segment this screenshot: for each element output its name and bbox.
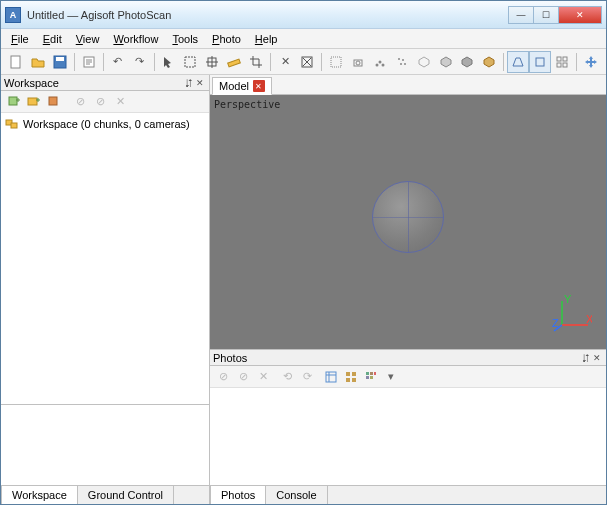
tab-console[interactable]: Console (265, 485, 327, 504)
add-chunk-icon[interactable] (4, 93, 24, 111)
window-buttons: — ☐ ✕ (509, 6, 602, 24)
tab-ground-control[interactable]: Ground Control (77, 485, 174, 504)
crop-icon[interactable] (245, 51, 267, 73)
svg-rect-40 (370, 376, 373, 379)
save-icon[interactable] (49, 51, 71, 73)
open-icon[interactable] (27, 51, 49, 73)
svg-rect-25 (49, 97, 57, 105)
dense-icon[interactable] (413, 51, 435, 73)
tab-photos[interactable]: Photos (210, 485, 266, 504)
menu-view[interactable]: View (70, 31, 106, 47)
svg-rect-8 (331, 57, 341, 67)
menu-edit-label: dit (50, 33, 62, 45)
delete-photo-icon[interactable]: ✕ (253, 368, 273, 386)
pointer-icon[interactable] (158, 51, 180, 73)
menu-tools[interactable]: Tools (166, 31, 204, 47)
svg-point-14 (398, 58, 400, 60)
texture-icon[interactable] (478, 51, 500, 73)
script-icon[interactable] (78, 51, 100, 73)
enable-photo-icon[interactable]: ⊘ (213, 368, 233, 386)
separator-icon (103, 53, 104, 71)
pin-icon[interactable]: ⮃ (579, 352, 591, 364)
svg-point-11 (378, 60, 381, 63)
add-photos-icon[interactable] (24, 93, 44, 111)
model-3d-canvas[interactable]: Perspective Y X Z (210, 95, 606, 349)
workspace-panel-header[interactable]: Workspace ⮃ ✕ (1, 75, 209, 91)
tab-workspace[interactable]: Workspace (1, 485, 78, 504)
crop-selection-icon[interactable] (296, 51, 318, 73)
thumb-small-icon[interactable] (341, 368, 361, 386)
enable-all-icon[interactable] (44, 93, 64, 111)
workspace-tree[interactable]: Workspace (0 chunks, 0 cameras) (1, 113, 209, 404)
svg-point-10 (356, 61, 360, 65)
pointcloud-icon[interactable] (391, 51, 413, 73)
new-icon[interactable] (5, 51, 27, 73)
svg-rect-22 (563, 63, 567, 67)
svg-rect-37 (370, 372, 373, 375)
remove-icon[interactable]: ✕ (110, 93, 130, 111)
tab-model[interactable]: Model ✕ (212, 77, 272, 95)
window-title: Untitled — Agisoft PhotoScan (27, 9, 509, 21)
tab-ground-label: Ground Control (88, 489, 163, 501)
disable-icon[interactable]: ⊘ (70, 93, 90, 111)
titlebar[interactable]: A Untitled — Agisoft PhotoScan — ☐ ✕ (1, 1, 606, 29)
close-panel-icon[interactable]: ✕ (194, 77, 206, 89)
workspace-icon (5, 117, 19, 131)
close-button[interactable]: ✕ (558, 6, 602, 24)
resize-region-icon[interactable] (201, 51, 223, 73)
svg-point-16 (400, 63, 402, 65)
photos-body[interactable] (210, 388, 606, 485)
disable2-icon[interactable]: ⊘ (90, 93, 110, 111)
close-panel-icon[interactable]: ✕ (591, 352, 603, 364)
workspace-lower-blank (1, 405, 209, 485)
pin-icon[interactable]: ⮃ (182, 77, 194, 89)
predefined-views-icon[interactable] (551, 51, 573, 73)
svg-rect-4 (185, 57, 195, 67)
redo-icon[interactable]: ↷ (129, 51, 151, 73)
tab-console-label: Console (276, 489, 316, 501)
thumb-dropdown-icon[interactable]: ▾ (381, 368, 401, 386)
solid-icon[interactable] (457, 51, 479, 73)
model-viewport-panel: Model ✕ Perspective Y X Z (210, 75, 606, 349)
perspective-icon[interactable] (507, 51, 529, 73)
svg-rect-24 (28, 98, 37, 105)
menu-view-label: iew (83, 33, 100, 45)
menu-edit[interactable]: Edit (37, 31, 68, 47)
workspace-root-item[interactable]: Workspace (0 chunks, 0 cameras) (5, 116, 205, 132)
left-tabs: Workspace Ground Control (1, 485, 209, 504)
bbox-icon[interactable] (325, 51, 347, 73)
menu-file[interactable]: File (5, 31, 35, 47)
svg-point-15 (402, 59, 404, 61)
disable-photo-icon[interactable]: ⊘ (233, 368, 253, 386)
right-column: Model ✕ Perspective Y X Z (210, 75, 606, 504)
svg-rect-36 (366, 372, 369, 375)
undo-icon[interactable]: ↶ (107, 51, 129, 73)
tab-close-icon[interactable]: ✕ (253, 80, 265, 92)
svg-rect-31 (326, 372, 336, 382)
svg-rect-38 (374, 372, 376, 375)
thumb-large-icon[interactable] (361, 368, 381, 386)
menu-photo[interactable]: Photo (206, 31, 247, 47)
main-body: Workspace ⮃ ✕ ⊘ ⊘ ✕ Workspace (0 c (1, 75, 606, 504)
separator-icon (503, 53, 504, 71)
minimize-button[interactable]: — (508, 6, 534, 24)
maximize-button[interactable]: ☐ (533, 6, 559, 24)
navigate-icon[interactable] (580, 51, 602, 73)
rotate-right-icon[interactable]: ⟳ (297, 368, 317, 386)
rect-select-icon[interactable] (179, 51, 201, 73)
delete-icon[interactable]: ✕ (274, 51, 296, 73)
cameras-icon[interactable] (347, 51, 369, 73)
ruler-icon[interactable] (223, 51, 245, 73)
ortho-icon[interactable] (529, 51, 551, 73)
detail-view-icon[interactable] (321, 368, 341, 386)
svg-rect-27 (11, 123, 17, 128)
markers-icon[interactable] (369, 51, 391, 73)
menu-help[interactable]: Help (249, 31, 284, 47)
left-column: Workspace ⮃ ✕ ⊘ ⊘ ✕ Workspace (0 c (1, 75, 210, 504)
rotate-left-icon[interactable]: ⟲ (277, 368, 297, 386)
photos-panel-header[interactable]: Photos ⮃ ✕ (210, 350, 606, 366)
mesh-icon[interactable] (435, 51, 457, 73)
svg-rect-6 (228, 59, 241, 67)
menu-workflow[interactable]: Workflow (107, 31, 164, 47)
svg-point-17 (404, 63, 406, 65)
